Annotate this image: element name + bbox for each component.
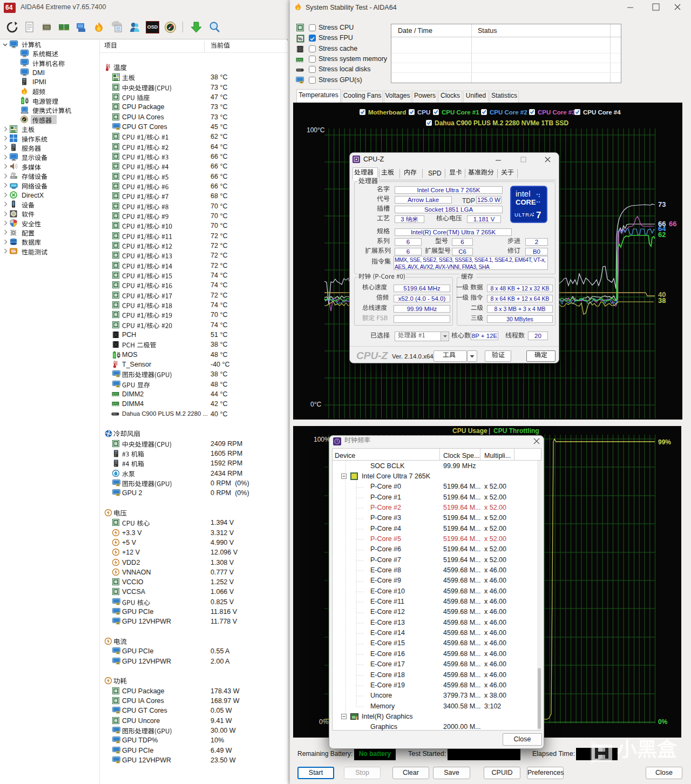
- svg-text:100%: 100%: [314, 436, 330, 443]
- svg-text:CPU Core #4: CPU Core #4: [583, 109, 621, 116]
- svg-text:CPU Core #1: CPU Core #1: [442, 109, 479, 116]
- svg-text:100°C: 100°C: [307, 126, 325, 134]
- svg-text:62: 62: [658, 231, 666, 239]
- svg-text:Dahua C900 PLUS M.2 2280 NVMe: Dahua C900 PLUS M.2 2280 NVMe 1TB SSD: [435, 119, 568, 127]
- svg-text:%: %: [298, 36, 302, 42]
- svg-text:99%: 99%: [658, 438, 671, 446]
- svg-text:0°C: 0°C: [310, 401, 321, 408]
- svg-text:CPU Usage: CPU Usage: [452, 427, 487, 435]
- svg-text:38: 38: [658, 296, 666, 305]
- svg-text:73: 73: [658, 200, 666, 208]
- svg-text:CPU Core #2: CPU Core #2: [490, 109, 527, 116]
- svg-text:|: |: [489, 427, 490, 435]
- svg-text:CPU Throttling: CPU Throttling: [493, 427, 539, 435]
- svg-text:intel: intel: [516, 189, 531, 198]
- svg-text:CPU: CPU: [417, 109, 430, 116]
- svg-text:ULTRA: ULTRA: [514, 212, 533, 218]
- svg-text:66: 66: [669, 220, 676, 228]
- svg-text:CPU Core #3: CPU Core #3: [538, 109, 575, 116]
- svg-text:Motherboard: Motherboard: [368, 109, 406, 116]
- svg-text:0%: 0%: [658, 718, 668, 726]
- svg-text:7: 7: [536, 210, 541, 220]
- svg-text:CORE: CORE: [516, 198, 536, 206]
